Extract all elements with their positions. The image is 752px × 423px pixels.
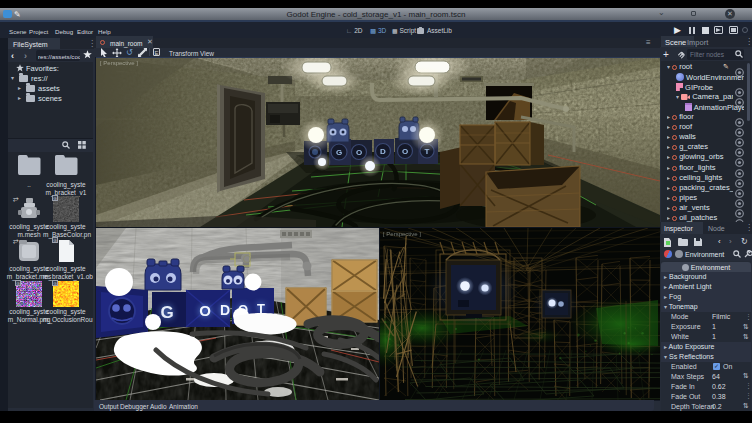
svg-text:D: D	[220, 302, 230, 318]
svg-text:[ Perspective ]: [ Perspective ]	[100, 60, 138, 66]
svg-text:O: O	[402, 147, 408, 156]
svg-text:[ Perspective ]: [ Perspective ]	[383, 231, 421, 237]
svg-text:D: D	[380, 147, 386, 156]
svg-text:O: O	[199, 302, 211, 319]
svg-text:G: G	[160, 303, 173, 322]
svg-text:O: O	[356, 148, 362, 157]
svg-text:G: G	[336, 148, 342, 157]
